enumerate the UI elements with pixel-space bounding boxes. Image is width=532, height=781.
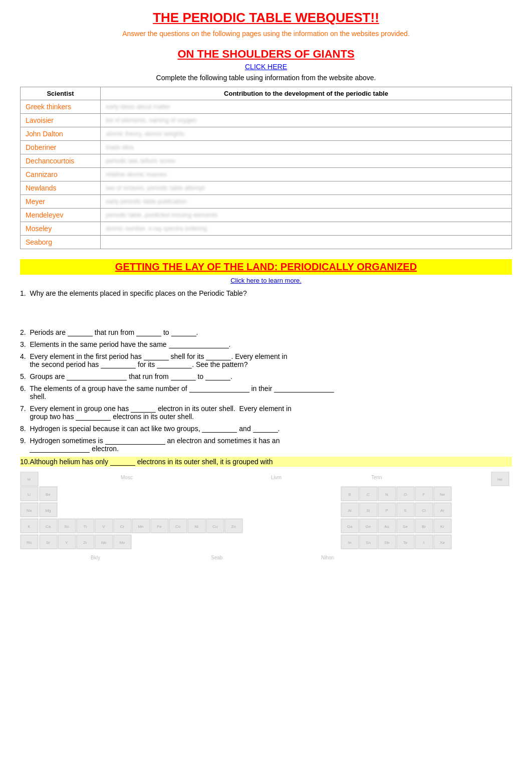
col1-header: Scientist bbox=[21, 87, 101, 100]
svg-text:Seab: Seab bbox=[211, 555, 223, 560]
table-row: Greek thinkers bbox=[21, 100, 101, 114]
svg-text:Kr: Kr bbox=[440, 524, 444, 529]
svg-text:Sb: Sb bbox=[384, 540, 389, 545]
svg-text:Nb: Nb bbox=[101, 540, 107, 545]
table-row: Dechancourtois bbox=[21, 154, 101, 168]
svg-text:As: As bbox=[384, 524, 389, 529]
svg-text:Sr: Sr bbox=[46, 540, 50, 545]
blank-4c bbox=[101, 361, 136, 368]
blank-8b bbox=[253, 426, 278, 433]
blank-7b bbox=[76, 414, 111, 421]
click-here-link[interactable]: CLICK HERE bbox=[20, 63, 512, 71]
svg-text:Ti: Ti bbox=[84, 524, 87, 529]
svg-text:Tenn: Tenn bbox=[371, 475, 382, 480]
svg-text:C: C bbox=[367, 492, 370, 497]
svg-text:Mn: Mn bbox=[138, 524, 143, 529]
svg-text:Sn: Sn bbox=[366, 540, 371, 545]
svg-text:O: O bbox=[404, 492, 407, 497]
table-row: John Dalton bbox=[21, 127, 101, 141]
svg-text:Ga: Ga bbox=[347, 524, 353, 529]
blank-6a bbox=[189, 385, 249, 393]
svg-text:Nihon: Nihon bbox=[321, 555, 334, 560]
scientists-table: Scientist Contribution to the developmen… bbox=[20, 87, 512, 249]
svg-text:Mg: Mg bbox=[45, 508, 51, 513]
section2-title: GETTING THE LAY OF THE LAND: PERIODICALL… bbox=[20, 259, 512, 275]
svg-text:Bkly: Bkly bbox=[91, 555, 100, 560]
svg-text:Cr: Cr bbox=[120, 524, 125, 529]
contribution-cell: list of elements, naming of oxygen bbox=[101, 114, 512, 127]
svg-text:He: He bbox=[497, 477, 503, 482]
table-row: Newlands bbox=[21, 181, 101, 195]
svg-text:Fe: Fe bbox=[157, 524, 162, 529]
table-row: Mendeleyev bbox=[21, 209, 101, 222]
svg-text:Ne: Ne bbox=[440, 492, 445, 497]
contribution-cell: early ideas about matter bbox=[101, 100, 512, 114]
svg-text:Livm: Livm bbox=[271, 475, 282, 480]
svg-text:F: F bbox=[423, 492, 425, 497]
svg-text:Br: Br bbox=[422, 524, 426, 529]
table-row: Moseley bbox=[21, 222, 101, 236]
contribution-cell: law of octaves, periodic table attempt bbox=[101, 181, 512, 195]
svg-text:Al: Al bbox=[348, 508, 351, 513]
table-row: Lavoisier bbox=[21, 114, 101, 127]
contribution-cell: relative atomic masses bbox=[101, 168, 512, 181]
table-row: Cannizaro bbox=[21, 168, 101, 181]
question-1: 1. Why are the elements placed in specif… bbox=[20, 289, 512, 297]
section1-title: ON THE SHOULDERS OF GIANTS bbox=[20, 48, 512, 61]
contribution-cell: atomic theory, atomic weights bbox=[101, 127, 512, 141]
table-row: Meyer bbox=[21, 195, 101, 209]
svg-text:Te: Te bbox=[403, 540, 408, 545]
svg-text:Se: Se bbox=[403, 524, 408, 529]
contribution-cell: atomic number, x-ray spectra ordering bbox=[101, 222, 512, 236]
svg-text:H: H bbox=[28, 477, 31, 482]
contribution-cell: periodic law, telluric screw bbox=[101, 154, 512, 168]
blank-9a bbox=[105, 438, 165, 445]
svg-text:Ni: Ni bbox=[194, 524, 198, 529]
blank-3 bbox=[169, 341, 229, 348]
svg-text:Na: Na bbox=[27, 508, 32, 513]
question-5: 5. Groups are that run from to . bbox=[20, 372, 512, 380]
blank-5b bbox=[171, 373, 196, 380]
svg-text:S: S bbox=[404, 508, 406, 513]
svg-text:Cl: Cl bbox=[422, 508, 426, 513]
svg-text:V: V bbox=[102, 524, 105, 529]
svg-text:K: K bbox=[28, 524, 31, 529]
blank-4a bbox=[144, 353, 169, 360]
svg-text:Mosc: Mosc bbox=[121, 475, 133, 480]
bottom-periodic-table-image: H He Li Be B C N O F Ne Na Mg Al Si P S … bbox=[20, 472, 512, 572]
question-9: 9. Hydrogen sometimes is an electron and… bbox=[20, 437, 512, 453]
question-7: 7. Every element in group one has electr… bbox=[20, 405, 512, 421]
svg-text:In: In bbox=[348, 540, 352, 545]
svg-text:Mo: Mo bbox=[119, 540, 125, 545]
blank-7a bbox=[131, 406, 156, 413]
svg-text:Sc: Sc bbox=[64, 524, 69, 529]
table-row: Doberiner bbox=[21, 141, 101, 154]
svg-text:P: P bbox=[385, 508, 388, 513]
section1-instruction: Complete the following table using infor… bbox=[20, 74, 512, 82]
question-8: 8. Hydrogen is special because it can ac… bbox=[20, 425, 512, 433]
svg-text:Cu: Cu bbox=[212, 524, 217, 529]
svg-text:Ca: Ca bbox=[46, 524, 51, 529]
svg-text:Li: Li bbox=[28, 492, 31, 497]
section2-link[interactable]: Click here to learn more. bbox=[20, 277, 512, 284]
contribution-cell: periodic table, predicted missing elemen… bbox=[101, 209, 512, 222]
section2: GETTING THE LAY OF THE LAND: PERIODICALL… bbox=[20, 259, 512, 467]
col2-header: Contribution to the development of the p… bbox=[101, 87, 512, 100]
contribution-cell: early periodic table publication bbox=[101, 195, 512, 209]
blank-8a bbox=[202, 426, 237, 433]
blank-10 bbox=[110, 459, 135, 466]
table-row: Seaborg bbox=[21, 236, 101, 249]
blank-4b bbox=[206, 353, 231, 360]
svg-text:Rb: Rb bbox=[27, 540, 32, 545]
svg-text:Ar: Ar bbox=[440, 508, 444, 513]
blank-9b bbox=[30, 446, 90, 453]
question-10: 10.Although helium has only electrons in… bbox=[20, 457, 512, 467]
blank-2c bbox=[171, 329, 196, 336]
svg-text:Zr: Zr bbox=[83, 540, 87, 545]
contribution-cell: triads idea bbox=[101, 141, 512, 154]
svg-text:Si: Si bbox=[366, 508, 370, 513]
blank-5c bbox=[205, 373, 230, 380]
svg-text:Be: Be bbox=[46, 492, 51, 497]
svg-text:Y: Y bbox=[65, 540, 68, 545]
svg-text:Xe: Xe bbox=[440, 540, 445, 545]
